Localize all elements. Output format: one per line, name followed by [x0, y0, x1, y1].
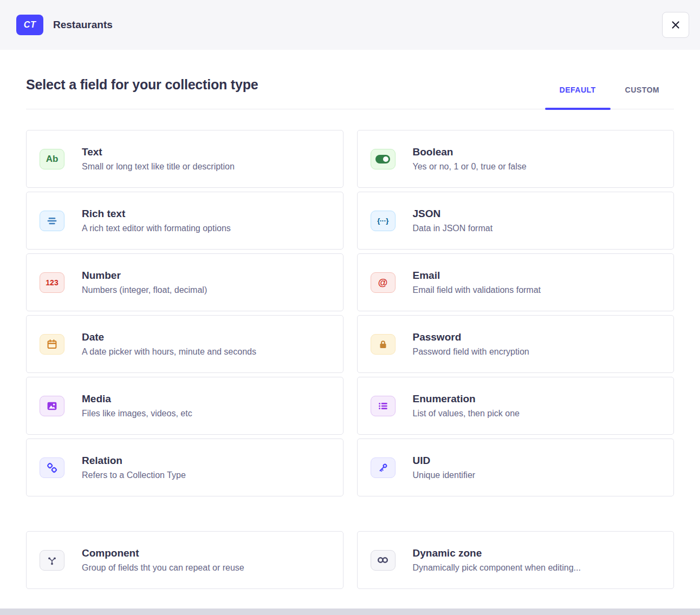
field-description: Files like images, videos, etc — [82, 409, 192, 418]
field-card-date[interactable]: Date A date picker with hours, minute an… — [26, 315, 343, 373]
field-description: Numbers (integer, float, decimal) — [82, 285, 207, 295]
bullet-list-icon — [371, 396, 396, 416]
field-description: List of values, then pick one — [413, 409, 520, 418]
field-description: A date picker with hours, minute and sec… — [82, 347, 256, 357]
field-title: Boolean — [413, 146, 527, 158]
field-title: Enumeration — [413, 393, 520, 405]
numbers-123-icon: 123 — [40, 272, 64, 293]
lock-icon — [371, 334, 396, 355]
field-description: Refers to a Collection Type — [82, 470, 186, 480]
field-description: Unique identifier — [413, 470, 476, 480]
align-text-icon — [40, 211, 64, 231]
collection-type-badge: CT — [16, 15, 43, 35]
field-title: Password — [413, 331, 529, 343]
close-icon — [670, 19, 682, 31]
node-tree-icon — [40, 550, 64, 571]
close-button[interactable] — [662, 12, 689, 38]
field-description: Group of fields tht you can repeat or re… — [82, 563, 244, 573]
field-card-rich-text[interactable]: Rich text A rich text editor with format… — [26, 192, 343, 250]
field-card-media[interactable]: Media Files like images, videos, etc — [26, 377, 343, 435]
infinity-icon — [371, 550, 396, 571]
field-title: Rich text — [82, 208, 231, 220]
link-icon — [40, 457, 64, 478]
field-card-relation[interactable]: Relation Refers to a Collection Type — [26, 439, 343, 496]
key-icon — [371, 457, 396, 478]
field-description: Data in JSON format — [413, 224, 493, 233]
title-row: Select a field for your collection type … — [26, 77, 674, 109]
field-title: Media — [82, 393, 192, 405]
field-title: Number — [82, 270, 207, 282]
field-title: JSON — [413, 208, 493, 220]
field-description: Dynamically pick component when editing.… — [413, 563, 581, 573]
calendar-icon — [40, 334, 64, 355]
tabs: DEFAULT CUSTOM — [545, 82, 674, 109]
field-card-uid[interactable]: UID Unique identifier — [357, 439, 675, 496]
field-card-email[interactable]: @ Email Email field with validations for… — [357, 253, 675, 311]
field-card-dynamic-zone[interactable]: Dynamic zone Dynamically pick component … — [357, 531, 675, 589]
toggle-icon — [371, 149, 396, 169]
field-card-text[interactable]: Ab Text Small or long text like title or… — [26, 130, 343, 188]
field-card-json[interactable]: {···} JSON Data in JSON format — [357, 192, 675, 250]
tab-custom[interactable]: CUSTOM — [611, 82, 674, 109]
field-description: Email field with validations format — [413, 285, 541, 295]
field-card-number[interactable]: 123 Number Numbers (integer, float, deci… — [26, 253, 343, 311]
field-description: Password field with encryption — [413, 347, 529, 357]
footer-edge — [0, 609, 700, 615]
field-description: Small or long text like title or descrip… — [82, 162, 235, 172]
ab-glyph-icon: Ab — [40, 149, 64, 169]
field-description: Yes or no, 1 or 0, true or false — [413, 162, 527, 172]
default-fields-grid: Ab Text Small or long text like title or… — [26, 130, 674, 496]
field-title: Dynamic zone — [413, 547, 581, 559]
collection-title: Restaurants — [53, 19, 113, 31]
extra-fields-grid: Component Group of fields tht you can re… — [26, 531, 674, 589]
page-title: Select a field for your collection type — [26, 77, 258, 93]
at-sign-icon: @ — [371, 272, 396, 293]
field-title: Text — [82, 146, 235, 158]
field-card-boolean[interactable]: Boolean Yes or no, 1 or 0, true or false — [357, 130, 675, 188]
modal-header: CT Restaurants — [0, 0, 700, 50]
image-icon — [40, 396, 64, 416]
braces-icon: {···} — [371, 211, 396, 231]
field-card-enumeration[interactable]: Enumeration List of values, then pick on… — [357, 377, 675, 435]
tab-default[interactable]: DEFAULT — [545, 82, 611, 109]
field-card-component[interactable]: Component Group of fields tht you can re… — [26, 531, 343, 589]
field-title: Component — [82, 547, 244, 559]
field-title: Date — [82, 331, 256, 343]
field-title: Email — [413, 270, 541, 282]
field-card-password[interactable]: Password Password field with encryption — [357, 315, 675, 373]
field-title: UID — [413, 455, 476, 467]
field-title: Relation — [82, 455, 186, 467]
modal-body: Select a field for your collection type … — [0, 77, 700, 589]
field-description: A rich text editor with formating option… — [82, 224, 231, 233]
